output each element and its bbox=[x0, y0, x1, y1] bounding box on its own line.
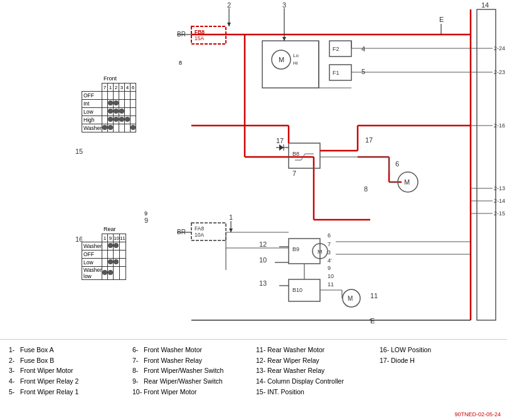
legend-item-15: 15- INT. Position bbox=[254, 387, 377, 397]
rear-switch-table: Rear 9 191011 Washer OFF bbox=[82, 226, 116, 234]
legend-item-13: 13- Rear Washer Relay bbox=[254, 365, 377, 376]
svg-text:9: 9 bbox=[144, 217, 148, 224]
svg-text:E: E bbox=[370, 317, 375, 325]
svg-text:10: 10 bbox=[328, 273, 334, 279]
svg-text:15A: 15A bbox=[195, 35, 204, 41]
front-switch-label: Front bbox=[104, 75, 117, 82]
svg-text:7: 7 bbox=[328, 241, 331, 247]
svg-text:2: 2 bbox=[227, 1, 231, 9]
legend-item-6: 6- Front Washer Motor bbox=[130, 345, 254, 355]
legend-item-11: 11- Rear Washer Motor bbox=[254, 345, 377, 355]
svg-text:8: 8 bbox=[364, 185, 368, 193]
svg-text:7: 7 bbox=[292, 170, 296, 177]
svg-text:3: 3 bbox=[282, 1, 286, 9]
legend-item-16: 16- LOW Position bbox=[377, 345, 501, 355]
legend-item-7: 7- Front Washer Relay bbox=[130, 355, 254, 366]
wiring-diagram: M Lo Hi F2 F1 B8 B9 M B10 M M bbox=[0, 0, 507, 339]
legend-item-8: 8- Front Wiper/Washer Switch bbox=[130, 365, 254, 376]
svg-text:17: 17 bbox=[276, 137, 284, 144]
svg-text:4: 4 bbox=[361, 45, 365, 53]
svg-text:FB8: FB8 bbox=[195, 29, 205, 35]
svg-text:17: 17 bbox=[365, 136, 373, 144]
svg-text:4': 4' bbox=[328, 257, 332, 264]
svg-text:9: 9 bbox=[328, 265, 331, 271]
svg-text:6: 6 bbox=[395, 160, 399, 168]
legend-item-9: 9- Rear Wiper/Washer Switch bbox=[130, 376, 254, 387]
legend-item-17: 17- Diode H bbox=[377, 355, 501, 366]
part-number: 90TNED-02-05-24 bbox=[454, 411, 501, 417]
rear-switch-label: Rear bbox=[104, 226, 116, 232]
legend-item-1: 1- Fuse Box A bbox=[6, 345, 130, 355]
svg-text:12: 12 bbox=[259, 240, 267, 248]
svg-text:10A: 10A bbox=[195, 232, 204, 238]
svg-text:M: M bbox=[279, 56, 284, 63]
svg-text:M: M bbox=[404, 178, 410, 186]
legend-item-3: 3- Front Wiper Motor bbox=[6, 365, 130, 376]
svg-text:M: M bbox=[348, 295, 353, 302]
legend-grid: 1- Fuse Box A 2- Fuse Box B 3- Front Wip… bbox=[6, 345, 501, 397]
legend-item-14: 14- Column Display Controller bbox=[254, 376, 377, 387]
svg-text:11: 11 bbox=[328, 281, 334, 288]
legend-item-10: 10- Front Wiper Motor bbox=[130, 387, 254, 397]
svg-text:B10: B10 bbox=[292, 287, 302, 293]
svg-text:6: 6 bbox=[328, 232, 331, 239]
legend-item-2: 2- Fuse Box B bbox=[6, 355, 130, 366]
svg-text:F2: F2 bbox=[333, 46, 339, 52]
svg-text:E: E bbox=[439, 16, 444, 23]
svg-text:M: M bbox=[318, 249, 323, 255]
svg-text:Lo: Lo bbox=[293, 53, 299, 58]
svg-text:B8: B8 bbox=[292, 151, 299, 157]
svg-text:11: 11 bbox=[370, 292, 378, 299]
svg-text:14: 14 bbox=[481, 1, 489, 9]
svg-text:B9: B9 bbox=[292, 246, 299, 252]
svg-text:13: 13 bbox=[259, 279, 267, 287]
legend-item-5: 5- Front Wiper Relay 1 bbox=[6, 387, 130, 397]
svg-rect-0 bbox=[0, 0, 507, 339]
front-switch-table: Front 8 712346 OFF Int bbox=[82, 75, 117, 83]
svg-text:FA8: FA8 bbox=[195, 225, 204, 232]
svg-text:F1: F1 bbox=[333, 70, 339, 76]
legend-item-12: 12- Rear Wiper Relay bbox=[254, 355, 377, 366]
svg-text:15: 15 bbox=[75, 148, 83, 155]
svg-text:Hi: Hi bbox=[293, 60, 298, 66]
svg-text:3: 3 bbox=[328, 249, 331, 256]
svg-text:5: 5 bbox=[361, 68, 365, 75]
legend-item-4: 4- Front Wiper Relay 2 bbox=[6, 376, 130, 387]
svg-text:10: 10 bbox=[259, 256, 267, 264]
svg-text:1: 1 bbox=[229, 213, 233, 221]
legend-area: 1- Fuse Box A 2- Fuse Box B 3- Front Wip… bbox=[0, 339, 507, 420]
